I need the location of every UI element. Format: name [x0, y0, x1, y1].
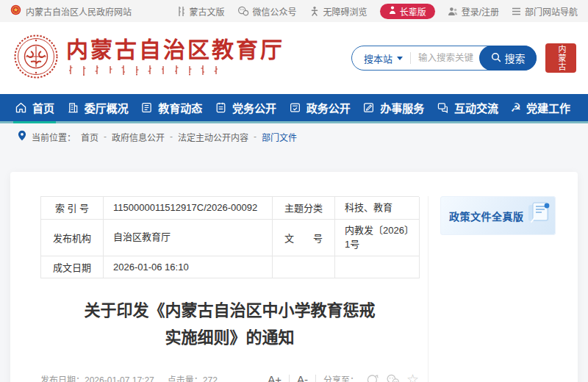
agency-name: 内蒙古自治区教育厅	[66, 37, 284, 62]
agency-seal-logo	[13, 34, 59, 82]
agency-name-mongolian-script	[66, 65, 284, 79]
meta-empty-cell	[335, 256, 420, 279]
news-list-icon	[140, 101, 153, 114]
meta-empty-cell	[273, 256, 335, 279]
gov-site-link[interactable]: 内蒙古自治区人民政府网站	[10, 4, 132, 18]
meta-label-index: 索 引 号	[41, 197, 104, 220]
search-button[interactable]: 搜索	[479, 46, 537, 71]
location-pin-icon	[18, 130, 26, 143]
red-seal-stamp: 内蒙古	[545, 43, 576, 73]
policy-fulltext-banner[interactable]: 政策文件全真版	[440, 196, 556, 235]
document-meta-table: 索 引 号 1150000011512917C/2026-00092 主题分类 …	[40, 196, 419, 278]
breadcrumb-label: 当前位置：	[32, 131, 76, 143]
search-scope-select[interactable]: 搜本站	[352, 51, 410, 65]
meta-label-doc-number: 文 号	[273, 220, 335, 256]
font-increase-button[interactable]: A+	[268, 373, 282, 382]
meta-value-issuer: 自治区教育厅	[104, 220, 273, 256]
nav-item-home[interactable]: 首页	[15, 94, 54, 121]
nav-item-education-news[interactable]: 教育动态	[140, 94, 202, 121]
search-bar: 搜本站 搜索	[351, 46, 537, 71]
accessibility-link[interactable]: 无障碍浏览	[309, 5, 368, 18]
breadcrumb: 当前位置： 首页 - 政府信息公开 - 法定主动公开内容 - 部门文件	[0, 123, 588, 150]
primary-nav: 首页 委厅概况 教育动态 党务公开 政务公开 办事服务 互动交流 ☭ 党建工作	[0, 94, 588, 123]
document-meta-row: 发布日期：2026-01-07 17:27 点击量：272 A+ A- 分享至：…	[40, 372, 419, 382]
clipboard-icon	[215, 101, 227, 114]
meta-label-topic: 主题分类	[273, 197, 335, 220]
nav-item-party-building[interactable]: ☭ 党建工作	[511, 94, 570, 121]
document-card: 索 引 号 1150000011512917C/2026-00092 主题分类 …	[10, 172, 578, 382]
top-utility-bar: 内蒙古自治区人民政府网站 蒙古文版 微信公众号 无障碍浏览 长辈版	[0, 0, 588, 22]
font-decrease-button[interactable]: A-	[297, 373, 308, 382]
user-icon	[448, 7, 458, 16]
nav-item-gov-affairs[interactable]: 政务公开	[289, 94, 351, 121]
breadcrumb-gov-info[interactable]: 政府信息公开	[112, 131, 165, 143]
qq-share-icon[interactable]	[366, 373, 379, 382]
nav-item-overview[interactable]: 委厅概况	[67, 94, 129, 121]
elder-version-button[interactable]: 长辈版	[380, 4, 435, 19]
national-emblem-icon	[10, 4, 21, 18]
mongolian-version-link[interactable]: 蒙古文版	[176, 5, 225, 18]
meta-value-topic: 科技、教育	[335, 197, 420, 220]
publish-date: 发布日期：2026-01-07 17:27	[40, 373, 154, 382]
wechat-share-icon[interactable]	[386, 374, 400, 382]
search-input[interactable]	[411, 53, 479, 63]
favorite-star-icon[interactable]: ☆	[406, 372, 419, 382]
breadcrumb-statutory-disclosure[interactable]: 法定主动公开内容	[178, 131, 248, 143]
chat-bubbles-icon	[437, 101, 449, 114]
document-monitor-illustration	[524, 201, 553, 231]
dept-nav-link[interactable]: 部门网站导航	[512, 5, 578, 18]
search-icon	[491, 52, 501, 65]
nav-item-interaction[interactable]: 互动交流	[437, 94, 498, 121]
meta-value-index: 1150000011512917C/2026-00092	[104, 197, 273, 220]
meta-label-issuer: 发布机构	[41, 220, 104, 256]
gov-site-label: 内蒙古自治区人民政府网站	[26, 5, 132, 18]
banner-title: 政策文件全真版	[449, 209, 524, 223]
wechat-icon	[237, 6, 249, 16]
breadcrumb-home[interactable]: 首页	[81, 131, 98, 143]
menu-icon	[512, 7, 521, 15]
document-check-icon	[289, 101, 301, 114]
building-icon	[67, 101, 79, 114]
elder-person-icon	[389, 6, 396, 17]
accessibility-icon	[309, 6, 320, 17]
share-label: 分享至：	[323, 373, 359, 382]
breadcrumb-dept-documents[interactable]: 部门文件	[262, 131, 297, 143]
meta-value-doc-number: 内教发〔2026〕1号	[335, 220, 420, 256]
site-header: 内蒙古自治区教育厅 搜本站	[0, 22, 588, 94]
mongolian-script-icon	[176, 6, 186, 17]
top-utility-links: 蒙古文版 微信公众号 无障碍浏览 长辈版 登录/注册	[176, 4, 578, 19]
nav-item-services[interactable]: 办事服务	[362, 94, 424, 121]
sidebar: 政策文件全真版	[428, 196, 559, 382]
hit-count: 点击量：272	[168, 373, 218, 382]
agency-brand[interactable]: 内蒙古自治区教育厅	[13, 34, 284, 82]
document-title: 关于印发《内蒙古自治区中小学教育惩戒 实施细则》的通知	[40, 297, 419, 351]
wechat-official-link[interactable]: 微信公众号	[237, 5, 297, 18]
header-search-area: 搜本站 搜索 内蒙古	[351, 43, 576, 73]
nav-item-party-affairs[interactable]: 党务公开	[215, 94, 276, 121]
login-register-link[interactable]: 登录/注册	[448, 5, 499, 18]
home-icon	[15, 101, 27, 114]
document-pencil-icon	[362, 101, 375, 114]
chevron-down-icon	[397, 57, 403, 60]
meta-value-date: 2026-01-06 16:10	[104, 256, 273, 279]
document-article: 索 引 号 1150000011512917C/2026-00092 主题分类 …	[40, 196, 419, 382]
party-emblem-icon: ☭	[511, 102, 521, 114]
meta-label-date: 成文日期	[41, 256, 104, 279]
